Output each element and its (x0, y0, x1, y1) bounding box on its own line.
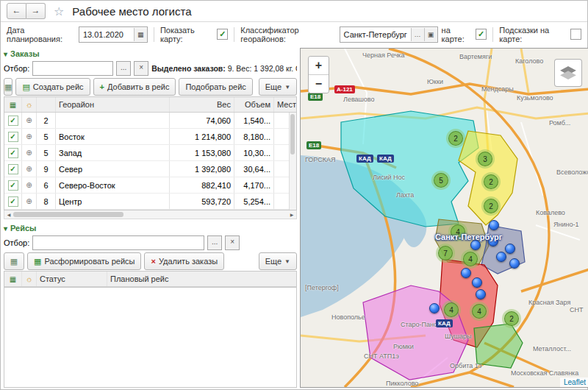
customize-list-button[interactable]: ▦ (4, 78, 12, 96)
orders-horizontal-scrollbar[interactable]: ◀ ▶ (4, 210, 297, 219)
routes-filter-clear-button[interactable]: × (225, 235, 240, 250)
expand-icon[interactable]: ⊕ (22, 113, 37, 128)
routes-section-header[interactable]: ▾ Рейсы (4, 222, 297, 234)
table-row[interactable]: ✓⊕5Восток1 214,8008,180... (4, 129, 296, 145)
row-checkbox[interactable]: ✓ (4, 129, 22, 144)
row-checkbox[interactable]: ✓ (4, 194, 22, 209)
orders-table-header[interactable]: ▦ ☼ Георайон Вес Объем Мест (4, 97, 296, 113)
collapse-chevron-icon: ▾ (4, 50, 7, 58)
places-column-header[interactable]: Мест (274, 97, 296, 112)
order-pin-marker[interactable] (476, 289, 486, 299)
table-row[interactable]: ✓⊕8Центр593,7205,254... (4, 194, 296, 210)
zoom-out-button[interactable]: − (309, 74, 329, 93)
order-pin-marker[interactable] (489, 220, 499, 230)
row-checkbox[interactable]: ✓ (4, 177, 22, 193)
georegion-column-header[interactable]: Георайон (56, 97, 170, 112)
classifier-field[interactable]: Санкт-Петербург … ▣ (340, 26, 438, 43)
cluster-marker[interactable]: 7 (436, 244, 455, 263)
map-place-label: СНТ (570, 306, 584, 313)
orders-filter-clear-button[interactable]: × (134, 61, 148, 76)
status-column-header[interactable]: Статус (37, 272, 107, 286)
cluster-marker[interactable]: 4 (442, 300, 461, 319)
calendar-icon[interactable]: ▦ (134, 28, 147, 41)
routes-filter-choose-button[interactable]: ... (207, 235, 222, 250)
expand-icon[interactable]: ⊕ (22, 145, 37, 160)
date-field[interactable]: 13.01.2020 ▦ (79, 26, 148, 43)
cluster-count: 2 (509, 315, 514, 323)
table-row[interactable]: ✓⊕5Запад1 153,08010,30... (4, 145, 296, 161)
cluster-marker[interactable]: 4 (470, 302, 489, 321)
hints-checkbox[interactable] (570, 29, 581, 40)
scroll-right-icon[interactable]: ▶ (287, 212, 296, 217)
expand-icon[interactable]: ⊕ (22, 161, 37, 177)
open-icon[interactable]: ▣ (424, 28, 437, 41)
orders-toolbar: ▦ ▤Создать рейс +Добавить в рейс Подобра… (4, 77, 297, 96)
checkbox-icon: ✓ (8, 180, 18, 191)
orders-filter-input[interactable] (32, 61, 113, 76)
table-row[interactable]: ✓⊕9Север1 392,08030,64... (4, 161, 296, 177)
favorite-star-icon[interactable]: ☆ (54, 4, 64, 18)
checkbox-icon: ✓ (8, 148, 18, 158)
map-place-label: СНТ АТП1э (364, 352, 399, 360)
orders-more-button[interactable]: Еще▼ (259, 78, 297, 96)
table-row[interactable]: ✓⊕6Северо-Восток882,4104,170... (4, 177, 296, 194)
cluster-marker[interactable]: 2 (502, 309, 521, 328)
scroll-left-icon[interactable]: ◀ (4, 212, 13, 217)
scrollbar-thumb[interactable] (290, 114, 295, 155)
checkbox-icon: ✓ (8, 116, 18, 126)
delete-orders-button[interactable]: ×Удалить заказы (144, 252, 224, 270)
select-all-icon[interactable]: ▦ (10, 101, 16, 109)
expand-icon[interactable]: ⊕ (22, 129, 37, 144)
disband-icon: ▦ (34, 258, 41, 266)
planned-route-column-header[interactable]: Плановый рейс (107, 272, 296, 286)
order-pin-marker[interactable] (461, 268, 471, 278)
cluster-marker[interactable]: 5 (431, 171, 451, 190)
order-pin-marker[interactable] (470, 240, 481, 250)
row-checkbox[interactable]: ✓ (4, 161, 22, 177)
cluster-marker[interactable]: 4 (461, 249, 480, 269)
table-row[interactable]: ✓⊕274,0601,540... (4, 113, 296, 129)
zoom-in-button[interactable]: + (309, 57, 329, 74)
cluster-marker[interactable]: 3 (476, 149, 495, 169)
routes-filter-input[interactable] (32, 235, 204, 250)
expand-icon[interactable]: ⊕ (22, 194, 37, 209)
scrollbar-thumb[interactable] (13, 212, 123, 217)
count-column-header[interactable] (37, 97, 56, 112)
map[interactable]: Черная РечкаВартемягиКаголовоМендсарыКуз… (300, 48, 588, 388)
orders-filter-choose-button[interactable]: ... (116, 61, 131, 76)
choose-icon[interactable]: … (411, 28, 424, 41)
routes-table-header[interactable]: ▦ ☼ Статус Плановый рейс (4, 272, 296, 287)
forward-button[interactable]: → (26, 3, 46, 19)
order-pin-marker[interactable] (509, 258, 520, 269)
row-checkbox[interactable]: ✓ (4, 145, 22, 160)
routes-more-button[interactable]: Еще▼ (259, 252, 297, 270)
create-route-button[interactable]: ▤Создать рейс (15, 78, 90, 96)
pick-route-button[interactable]: Подобрать рейс (179, 78, 252, 96)
expand-icon[interactable]: ⊕ (22, 177, 37, 193)
cluster-marker[interactable]: 2 (446, 129, 465, 148)
on-map-checkbox[interactable]: ✓ (476, 29, 487, 40)
map-place-label: Шушары (445, 333, 471, 340)
cluster-marker[interactable]: 2 (481, 172, 501, 191)
row-checkbox[interactable]: ✓ (4, 113, 22, 128)
volume-column-header[interactable]: Объем (234, 97, 274, 112)
cluster-marker[interactable]: 2 (481, 196, 501, 216)
order-pin-marker[interactable] (505, 244, 515, 254)
customize-list-button[interactable]: ▦ (4, 252, 24, 270)
order-pin-marker[interactable] (496, 252, 506, 262)
order-count: 6 (37, 177, 56, 193)
layers-control[interactable] (554, 59, 582, 87)
order-count: 5 (37, 145, 56, 160)
volume-value: 8,180... (234, 129, 274, 144)
show-map-checkbox[interactable]: ✓ (217, 29, 228, 40)
order-pin-marker[interactable] (429, 303, 440, 313)
order-pin-marker[interactable] (472, 277, 482, 288)
disband-routes-button[interactable]: ▦Расформировать рейсы (27, 252, 141, 270)
weight-column-header[interactable]: Вес (170, 97, 234, 112)
add-to-route-button[interactable]: +Добавить в рейс (93, 78, 176, 96)
map-attribution[interactable]: Leaflet (560, 377, 588, 387)
orders-section-header[interactable]: ▾ Заказы (4, 48, 297, 60)
back-button[interactable]: ← (7, 3, 26, 19)
routes-table-body[interactable] (4, 288, 297, 388)
orders-vertical-scrollbar[interactable] (289, 113, 296, 210)
